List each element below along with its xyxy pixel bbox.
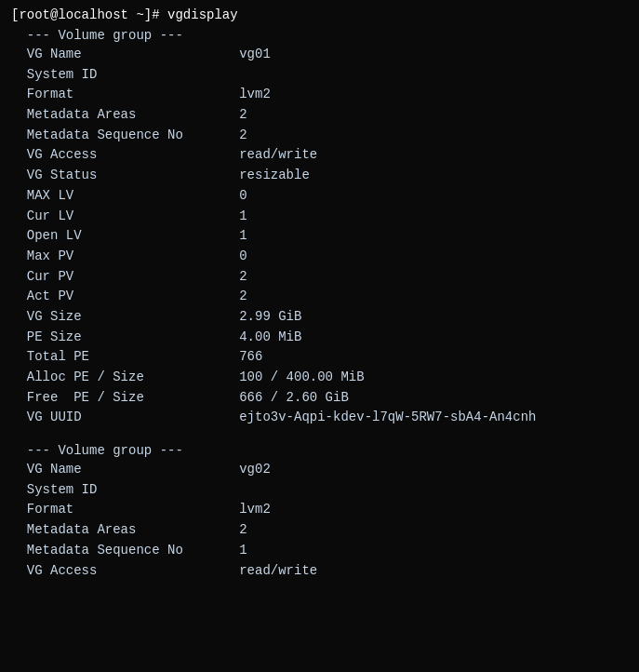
table-row: Open LV 1 [11, 226, 628, 247]
row-value: 2 [216, 287, 247, 307]
row-value: vg02 [216, 460, 271, 480]
row-value: 0 [216, 247, 247, 267]
table-row: Act PV 2 [11, 287, 628, 307]
row-value: lvm2 [216, 500, 271, 520]
table-row: Format lvm2 [11, 85, 628, 105]
row-label: Total PE [11, 347, 216, 368]
row-label: Metadata Sequence No [11, 126, 216, 146]
row-label: Cur LV [11, 207, 216, 227]
row-value: 2.99 GiB [216, 307, 301, 328]
row-value: 2 [216, 520, 247, 541]
row-value: lvm2 [216, 85, 271, 105]
row-label: VG UUID [11, 408, 216, 428]
row-label: System ID [11, 65, 216, 86]
table-row: VG Name vg01 [11, 45, 628, 65]
table-row: VG Size 2.99 GiB [11, 307, 628, 328]
command-prompt: [root@localhost ~]# vgdisplay [11, 7, 628, 22]
table-row: VG Access read/write [11, 561, 628, 582]
row-label: PE Size [11, 328, 216, 348]
table-row: Metadata Areas 2 [11, 105, 628, 126]
row-label: Metadata Sequence No [11, 541, 216, 561]
table-row: Metadata Areas 2 [11, 520, 628, 541]
row-value: 0 [216, 186, 247, 207]
row-label: VG Name [11, 45, 216, 65]
row-value: 2 [216, 105, 247, 126]
row-value: 2 [216, 126, 247, 146]
row-value: 1 [216, 226, 247, 247]
row-value: read/write [216, 145, 317, 166]
table-row: Alloc PE / Size 100 / 400.00 MiB [11, 368, 628, 388]
row-label: Max PV [11, 247, 216, 267]
table-row: Max PV 0 [11, 247, 628, 267]
row-label: Metadata Areas [11, 105, 216, 126]
table-row: VG Status resizable [11, 166, 628, 186]
row-value: ejto3v-Aqpi-kdev-l7qW-5RW7-sbA4-An4cnh [216, 408, 536, 428]
row-label: Cur PV [11, 267, 216, 288]
row-value: 666 / 2.60 GiB [216, 388, 349, 409]
row-value: resizable [216, 166, 310, 186]
row-value: 100 / 400.00 MiB [216, 368, 365, 388]
table-row: PE Size 4.00 MiB [11, 328, 628, 348]
table-row: System ID [11, 65, 628, 86]
row-label: Free PE / Size [11, 388, 216, 409]
row-label: Format [11, 500, 216, 520]
row-label: Open LV [11, 226, 216, 247]
row-label: VG Status [11, 166, 216, 186]
row-value: 1 [216, 207, 247, 227]
row-value: read/write [216, 561, 317, 582]
row-value: vg01 [216, 45, 271, 65]
terminal-window: [root@localhost ~]# vgdisplay --- Volume… [11, 7, 628, 581]
row-value: 1 [216, 541, 247, 561]
row-label: VG Access [11, 561, 216, 582]
table-row: VG Access read/write [11, 145, 628, 166]
row-label: VG Size [11, 307, 216, 328]
row-value: 2 [216, 267, 247, 288]
row-label: Metadata Areas [11, 520, 216, 541]
volume-group-header-1: --- Volume group --- [11, 443, 628, 458]
table-row: Format lvm2 [11, 500, 628, 520]
row-label: System ID [11, 480, 216, 501]
table-row: Metadata Sequence No 2 [11, 126, 628, 146]
row-label: VG Access [11, 145, 216, 166]
row-label: VG Name [11, 460, 216, 480]
row-value: 4.00 MiB [216, 328, 301, 348]
table-row: MAX LV 0 [11, 186, 628, 207]
volume-group-header-0: --- Volume group --- [11, 28, 628, 43]
table-row: Cur PV 2 [11, 267, 628, 288]
table-row: Metadata Sequence No 1 [11, 541, 628, 561]
table-row: VG UUID ejto3v-Aqpi-kdev-l7qW-5RW7-sbA4-… [11, 408, 628, 428]
table-row: Cur LV 1 [11, 207, 628, 227]
row-label: Format [11, 85, 216, 105]
table-row: Free PE / Size 666 / 2.60 GiB [11, 388, 628, 409]
table-row: Total PE 766 [11, 347, 628, 368]
row-label: MAX LV [11, 186, 216, 207]
row-value: 766 [216, 347, 262, 368]
table-row: VG Name vg02 [11, 460, 628, 480]
row-label: Alloc PE / Size [11, 368, 216, 388]
row-label: Act PV [11, 287, 216, 307]
table-row: System ID [11, 480, 628, 501]
